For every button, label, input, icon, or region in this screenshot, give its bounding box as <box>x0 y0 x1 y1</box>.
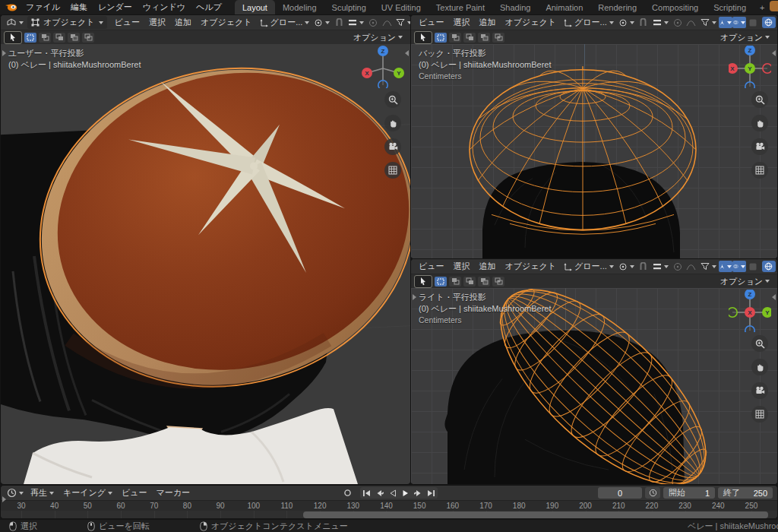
select-mode-invert[interactable] <box>68 33 80 43</box>
sidebar-toggle-arrow[interactable] <box>405 50 409 56</box>
pivot-point-dropdown[interactable] <box>616 18 637 27</box>
next-keyframe-button[interactable] <box>412 487 425 499</box>
sidebar-toggle-arrow[interactable] <box>772 50 776 56</box>
camera-view-button[interactable] <box>751 382 768 399</box>
select-mode-extend[interactable] <box>449 277 461 287</box>
navigation-gizmo[interactable]: ZXY <box>362 46 404 88</box>
workspace-tab-modeling[interactable]: Modeling <box>275 0 324 14</box>
viewport-menu-0[interactable]: ビュー <box>414 261 449 271</box>
snap-toggle[interactable] <box>332 17 346 28</box>
active-tool-select-box[interactable] <box>414 275 432 288</box>
toolbar-toggle-arrow[interactable] <box>413 294 416 300</box>
object-type-visibility-dropdown[interactable] <box>394 18 411 27</box>
transform-orientation-dropdown[interactable]: グロー... <box>561 261 616 272</box>
snap-toggle[interactable] <box>637 17 650 28</box>
active-tool-select-box[interactable] <box>414 31 432 44</box>
jump-to-end-button[interactable] <box>425 487 438 499</box>
pan-button[interactable] <box>384 115 401 131</box>
proportional-falloff-dropdown[interactable] <box>380 17 394 28</box>
zoom-button[interactable] <box>751 91 768 108</box>
blender-logo-icon[interactable] <box>5 2 17 12</box>
proportional-edit-toggle[interactable] <box>366 17 380 28</box>
ortho-toggle-button[interactable] <box>751 406 768 423</box>
editor-type-button[interactable] <box>4 17 26 27</box>
timeline-ruler[interactable]: 3040506070809010011012013014015016017018… <box>1 500 777 511</box>
topbar-menu-1[interactable]: 編集 <box>65 1 93 13</box>
select-mode-set[interactable] <box>24 33 36 43</box>
workspace-tab-scripting[interactable]: Scripting <box>706 0 754 14</box>
pivot-point-dropdown[interactable] <box>312 18 332 27</box>
viewport-user-canvas[interactable]: ユーザー・平行投影 (0) ベレー | shiitakeMushroomBere… <box>1 44 410 484</box>
viewport-right-canvas[interactable]: ライト・平行投影 (0) ベレー | shiitakeMushroomBeret… <box>411 288 777 484</box>
select-mode-extend[interactable] <box>39 33 51 43</box>
add-workspace-button[interactable]: + <box>754 3 770 12</box>
select-mode-intersect[interactable] <box>82 33 94 43</box>
object-type-visibility-dropdown[interactable] <box>698 262 719 271</box>
workspace-tab-layout[interactable]: Layout <box>235 0 275 14</box>
prev-keyframe-button[interactable] <box>373 487 386 499</box>
timeline-menu-p1[interactable]: マーカー <box>152 487 195 498</box>
zoom-button[interactable] <box>751 335 768 352</box>
object-type-visibility-dropdown[interactable] <box>698 18 719 27</box>
workspace-tab-compositing[interactable]: Compositing <box>644 0 706 14</box>
select-mode-subtract[interactable] <box>463 277 476 287</box>
end-frame-field[interactable]: 終了 250 <box>718 487 773 499</box>
tool-options-dropdown[interactable]: オプション <box>716 31 774 44</box>
viewport-back-canvas[interactable]: バック・平行投影 (0) ベレー | shiitakeMushroomBeret… <box>411 44 777 258</box>
snap-settings-dropdown[interactable] <box>346 18 366 27</box>
select-mode-subtract[interactable] <box>463 33 476 43</box>
workspace-tab-shading[interactable]: Shading <box>492 0 538 14</box>
viewport-menu-2[interactable]: 追加 <box>475 17 501 27</box>
use-preview-range-button[interactable] <box>645 487 660 499</box>
zoom-button[interactable] <box>384 91 401 108</box>
camera-view-button[interactable] <box>751 138 768 155</box>
select-mode-set[interactable] <box>435 277 447 287</box>
start-frame-field[interactable]: 開始 1 <box>663 487 715 499</box>
timeline-menu-0[interactable]: 再生 <box>26 487 59 498</box>
timeline-expand-arrow[interactable] <box>2 496 6 502</box>
timeline-menu-p0[interactable]: ビュー <box>117 487 152 498</box>
select-mode-intersect[interactable] <box>492 277 504 287</box>
notification-icon[interactable] <box>770 1 778 11</box>
shading-wireframe-button[interactable] <box>762 261 776 272</box>
pan-button[interactable] <box>751 115 768 131</box>
play-reverse-button[interactable] <box>386 487 399 499</box>
snap-settings-dropdown[interactable] <box>650 262 671 271</box>
viewport-menu-1[interactable]: 選択 <box>449 261 475 271</box>
select-mode-invert[interactable] <box>478 277 490 287</box>
viewport-menu-3[interactable]: オブジェクト <box>501 17 561 27</box>
viewport-menu-0[interactable]: ビュー <box>414 17 449 27</box>
navigation-gizmo[interactable]: ZYX <box>729 290 771 332</box>
transform-orientation-dropdown[interactable]: グロー... <box>257 17 312 28</box>
tool-options-dropdown[interactable]: オプション <box>349 31 407 44</box>
select-mode-set[interactable] <box>435 33 447 43</box>
workspace-tab-sculpting[interactable]: Sculpting <box>324 0 374 14</box>
xray-toggle[interactable] <box>746 17 760 28</box>
mode-dropdown[interactable]: オブジェクト <box>27 16 107 29</box>
ortho-toggle-button[interactable] <box>384 162 401 179</box>
xray-toggle[interactable] <box>746 261 760 272</box>
pivot-point-dropdown[interactable] <box>616 262 637 271</box>
viewport-menu-1[interactable]: 選択 <box>144 17 170 27</box>
viewport-menu-2[interactable]: 追加 <box>475 261 501 271</box>
show-overlays-toggle[interactable] <box>732 17 746 28</box>
select-mode-subtract[interactable] <box>53 33 65 43</box>
viewport-menu-2[interactable]: 追加 <box>170 17 196 27</box>
show-gizmo-toggle[interactable] <box>719 261 732 272</box>
transform-orientation-dropdown[interactable]: グロー... <box>561 17 616 28</box>
workspace-tab-rendering[interactable]: Rendering <box>590 0 644 14</box>
proportional-falloff-dropdown[interactable] <box>685 261 698 272</box>
ortho-toggle-button[interactable] <box>751 162 768 179</box>
select-mode-invert[interactable] <box>478 33 490 43</box>
record-button[interactable] <box>341 487 354 499</box>
timeline-menu-1[interactable]: キーイング <box>59 487 117 498</box>
timeline-track[interactable] <box>1 511 777 519</box>
timeline-scrollbar[interactable] <box>303 511 768 518</box>
pan-button[interactable] <box>751 359 768 375</box>
timeline-editor-type-button[interactable] <box>5 488 26 498</box>
camera-view-button[interactable] <box>384 138 401 155</box>
topbar-menu-2[interactable]: レンダー <box>93 1 138 13</box>
proportional-edit-toggle[interactable] <box>671 261 685 272</box>
shading-wireframe-button[interactable] <box>762 17 776 28</box>
show-gizmo-toggle[interactable] <box>719 17 732 28</box>
